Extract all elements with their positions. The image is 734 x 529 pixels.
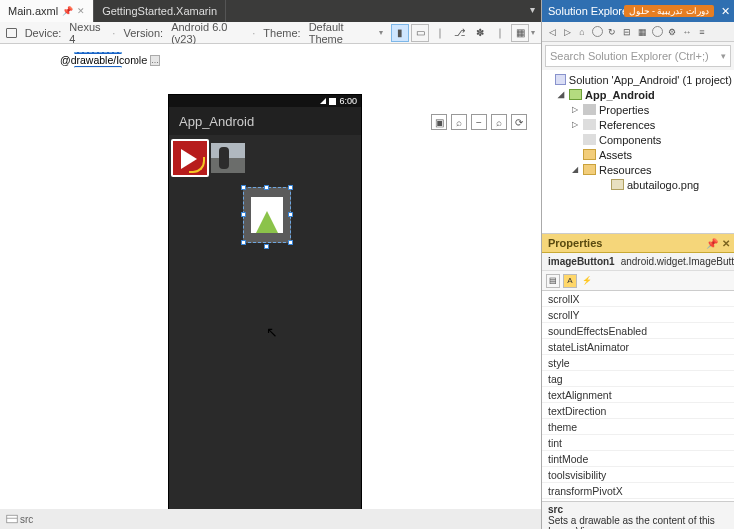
- forward-button[interactable]: ▷: [560, 25, 574, 39]
- zoom-out-button[interactable]: −: [471, 114, 487, 130]
- view-code-button[interactable]: ≡: [695, 25, 709, 39]
- properties-button[interactable]: ⚙: [665, 25, 679, 39]
- property-name: toolsvisibility: [542, 469, 628, 481]
- canvas-zoom-tools: ▣ ⌕ − ⌕ ⟳: [431, 114, 527, 130]
- tab-label: Main.axml: [8, 5, 58, 17]
- property-row-toolsvisibility[interactable]: toolsvisibility: [542, 467, 734, 483]
- mouse-cursor: ↖: [266, 324, 278, 340]
- refresh-button[interactable]: ↻: [605, 25, 619, 39]
- version-value[interactable]: Android 6.0 (v23): [171, 21, 244, 45]
- theme-label: Theme:: [263, 27, 300, 39]
- layout-surface[interactable]: [169, 135, 361, 509]
- tab-label: GettingStarted.Xamarin: [102, 5, 217, 17]
- theme-button[interactable]: ✽: [471, 24, 489, 42]
- property-row-tint[interactable]: tint: [542, 435, 734, 451]
- device-icon: [6, 28, 17, 38]
- property-row-style[interactable]: style: [542, 355, 734, 371]
- categorized-button[interactable]: ▤: [546, 274, 560, 288]
- source-tab[interactable]: src: [0, 509, 541, 529]
- property-name: tag: [542, 373, 628, 385]
- tool-separator: ｜: [431, 24, 449, 42]
- tree-node-project[interactable]: ◢App_Android: [544, 87, 732, 102]
- chevron-down-icon[interactable]: ▾: [531, 28, 535, 37]
- props-toolbar: ▤ A ⚡: [542, 271, 734, 291]
- clock-text: 6:00: [339, 96, 357, 106]
- property-row-tag[interactable]: tag: [542, 371, 734, 387]
- sln-search-input[interactable]: Search Solution Explorer (Ctrl+;) ▾: [545, 45, 731, 67]
- search-dropdown-icon[interactable]: ▾: [721, 51, 726, 61]
- property-name: soundEffectsEnabled: [542, 325, 628, 337]
- portrait-button[interactable]: ▮: [391, 24, 409, 42]
- device-value[interactable]: Nexus 4: [69, 21, 104, 45]
- zoom-actual-button[interactable]: ⌕: [451, 114, 467, 130]
- android-appbar: App_Android: [169, 107, 361, 135]
- alphabetical-button[interactable]: A: [563, 274, 577, 288]
- property-row-theme[interactable]: theme: [542, 419, 734, 435]
- show-all-button[interactable]: ▦: [635, 25, 649, 39]
- designer-canvas[interactable]: ▣ ⌕ − ⌕ ⟳ 6:00 App_Android: [0, 44, 541, 509]
- imagebutton-selected[interactable]: [243, 187, 291, 243]
- preview-button[interactable]: [652, 26, 663, 37]
- property-name: textDirection: [542, 405, 628, 417]
- property-name: tintMode: [542, 453, 628, 465]
- sln-toolbar: ◁ ▷ ⌂ ↻ ⊟ ▦ ⚙ ↔ ≡: [542, 22, 734, 42]
- tree-node-resources[interactable]: ◢Resources: [544, 162, 732, 177]
- property-row-textAlignment[interactable]: textAlignment: [542, 387, 734, 403]
- panel-close-icon[interactable]: ✕: [721, 5, 730, 18]
- tab-getting-started[interactable]: GettingStarted.Xamarin: [94, 0, 226, 22]
- close-icon[interactable]: ✕: [77, 6, 85, 16]
- tree-node-solution[interactable]: Solution 'App_Android' (1 project): [544, 72, 732, 87]
- fit-button[interactable]: ▣: [431, 114, 447, 130]
- tree-node-references[interactable]: ▷References: [544, 117, 732, 132]
- document-tabs: Main.axml 📌 ✕ GettingStarted.Xamarin ▾: [0, 0, 541, 22]
- source-label: src: [20, 514, 33, 525]
- svg-rect-0: [7, 515, 18, 523]
- search-placeholder: Search Solution Explorer (Ctrl+;): [550, 50, 709, 62]
- desc-title: src: [548, 504, 728, 515]
- tree-node-assets[interactable]: Assets: [544, 147, 732, 162]
- tree-node-properties[interactable]: ▷Properties: [544, 102, 732, 117]
- pin-icon[interactable]: 📌: [706, 238, 718, 249]
- zoom-in-button[interactable]: ⌕: [491, 114, 507, 130]
- panel-title: Solution Explorer: [548, 5, 632, 17]
- imageview-2[interactable]: [211, 143, 245, 173]
- events-button[interactable]: ⚡: [580, 274, 594, 288]
- zoom-reset-button[interactable]: ⟳: [511, 114, 527, 130]
- property-row-soundEffectsEnabled[interactable]: soundEffectsEnabled: [542, 323, 734, 339]
- tool-separator: ｜: [491, 24, 509, 42]
- panel-close-icon[interactable]: ✕: [722, 238, 730, 249]
- properties-panel-title: Properties 📌 ✕: [542, 233, 734, 253]
- scope-button[interactable]: ↔: [680, 25, 694, 39]
- designer-toolbar: Device: Nexus 4 · Version: Android 6.0 (…: [0, 22, 541, 44]
- property-row-scrollY[interactable]: scrollY: [542, 307, 734, 323]
- property-row-transformPivotX[interactable]: transformPivotX: [542, 483, 734, 499]
- resource-button[interactable]: ⎇: [451, 24, 469, 42]
- pin-icon[interactable]: 📌: [62, 6, 73, 16]
- selected-object-line[interactable]: imageButton1 android.widget.ImageButton: [542, 253, 734, 271]
- battery-icon: [329, 98, 336, 105]
- sync-button[interactable]: [592, 26, 603, 37]
- property-row-scrollX[interactable]: scrollX: [542, 291, 734, 307]
- property-row-tintMode[interactable]: tintMode: [542, 451, 734, 467]
- grid-button[interactable]: ▦: [511, 24, 529, 42]
- property-name: scrollX: [542, 293, 628, 305]
- solution-tree[interactable]: Solution 'App_Android' (1 project) ◢App_…: [542, 70, 734, 233]
- tab-dropdown-icon[interactable]: ▾: [530, 4, 535, 15]
- theme-value[interactable]: Default Theme: [309, 21, 371, 45]
- landscape-button[interactable]: ▭: [411, 24, 429, 42]
- home-button[interactable]: ⌂: [575, 25, 589, 39]
- tree-node-components[interactable]: Components: [544, 132, 732, 147]
- app-title: App_Android: [179, 114, 254, 129]
- device-frame: 6:00 App_Android: [168, 94, 362, 509]
- properties-list[interactable]: scrollXscrollYsoundEffectsEnabledsrc@dra…: [542, 291, 734, 501]
- tree-node-file[interactable]: abutailogo.png: [544, 177, 732, 192]
- ad-badge[interactable]: دورات تدريبية - حلول: [624, 5, 715, 17]
- tab-main-axml[interactable]: Main.axml 📌 ✕: [0, 0, 94, 22]
- property-row-stateListAnimator[interactable]: stateListAnimator: [542, 339, 734, 355]
- back-button[interactable]: ◁: [545, 25, 559, 39]
- property-row-textDirection[interactable]: textDirection: [542, 403, 734, 419]
- imageview-1[interactable]: [171, 139, 209, 177]
- object-type: android.widget.ImageButton: [621, 256, 734, 267]
- collapse-button[interactable]: ⊟: [620, 25, 634, 39]
- signal-icon: [320, 98, 326, 104]
